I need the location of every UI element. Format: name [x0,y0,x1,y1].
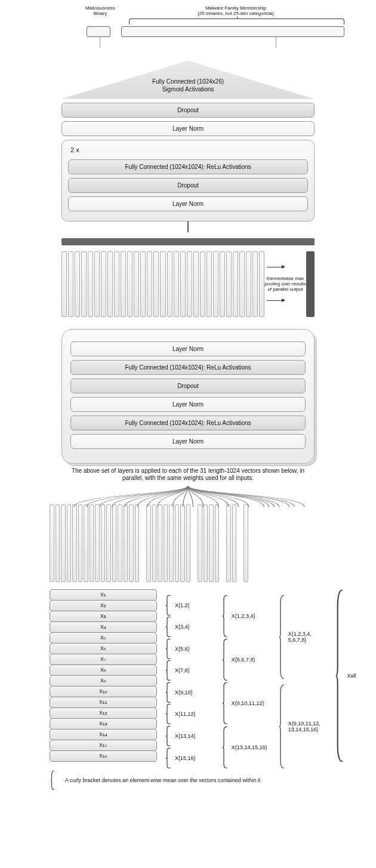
pair-label: X{13,14} [175,733,196,739]
inspector-fc-2: Fully Connected (1024x1024): ReLu Activa… [70,415,306,430]
vector-group-8 [146,504,190,582]
fc-head-text: Fully Connected (1024x26) Sigmoid Activa… [61,78,315,93]
pair-label: X{11,12} [175,711,196,717]
x-base-row: X₁₆ [50,750,157,762]
bracket-oct: X{9,10,11,12, 13,14,15,16} [279,685,327,768]
master-repeat-layernorm: Layer Norm [68,196,308,211]
parallel-output-slot [81,251,87,317]
fanout-lines [61,486,315,507]
quad-label: X{13,14,15,16} [232,744,267,750]
vector-slot [124,504,128,582]
vector-slot [101,504,106,582]
oct-label: X{9,10,11,12, 13,14,15,16} [288,721,320,732]
vector-slot [198,504,202,582]
parallel-output-slot [252,251,258,317]
curly-brace-icon [279,595,286,679]
output-maliciousness-box [87,26,110,37]
vector-slot [164,504,168,582]
bracket-pair: X{5,6} [165,639,214,659]
bracket-quad: X{1,2,3,4} [222,595,270,637]
curly-brace-icon [165,726,172,746]
curly-brace-icon [222,727,229,768]
parallel-output-slot [239,251,245,317]
pair-label: X{15,16} [175,755,196,761]
parallel-output-row: Elementwise max pooling over results of … [61,251,315,317]
curly-brace-icon [222,682,229,724]
vector-slot [67,504,72,582]
bracket-pair: X{11,12} [165,704,214,724]
vector-slot [204,504,208,582]
inspector-fc-1: Fully Connected (1024x1024): ReLu Activa… [70,360,306,375]
parallel-output-slot [180,251,186,317]
x-base-row: X₉ [50,675,157,687]
footer-text: A curly bracket denotes an element-wise … [65,777,260,783]
master-repeat-block: 2 x Fully Connected (1024x1024): ReLu Ac… [61,140,315,221]
x-base-row: X₇ [50,654,157,665]
input-vector-groups [50,504,335,582]
vector-slot [135,504,140,582]
parallel-output-slot [75,251,80,317]
bracket-pair: X{1,2} [165,595,214,615]
output-family-box [121,26,344,37]
vector-slot [118,504,122,582]
output-labels-row: Maliciousness Binary Malware Family Memb… [5,6,371,17]
vector-slot [95,504,100,582]
vector-slot [129,504,134,582]
parallel-output-slot [114,251,119,317]
parallel-output-slot [246,251,251,317]
parallel-output-slot [68,251,73,317]
brackets-level-5: Xall [335,589,359,762]
vector-slot [146,504,151,582]
vector-slot [90,504,94,582]
parallel-output-slots [61,251,264,317]
pair-label: X{9,10} [175,690,193,695]
parallel-output-slot [226,251,232,317]
inspector-ln-2: Layer Norm [70,397,306,412]
quad-label: X{5,6,7,8} [232,657,255,663]
vector-slot [169,504,174,582]
x-base-row: X₁₂ [50,707,157,719]
master-dropout: Dropout [61,103,315,118]
vector-group-4 [198,504,219,582]
vector-group-2 [226,504,236,582]
arrow-to-pool-bottom [267,300,285,301]
parallel-output-slot [94,251,100,317]
master-stem [187,221,189,232]
parallel-output-slot [167,251,172,317]
arrow-to-pool-top [267,267,285,267]
bracket-pair: X{7,8} [165,660,214,681]
vector-slot [112,504,117,582]
curly-brace-icon [165,682,172,703]
vector-slot [106,504,111,582]
brackets-level-3: X{1,2,3,4}X{5,6,7,8}X{9,10,11,12}X{13,14… [222,589,270,762]
curly-brace-icon [165,660,172,681]
oct-label: X{1,2,3,4, 5,6,7,8} [288,631,312,643]
family-bracket [129,19,344,24]
vector-slot [209,504,214,582]
output-boxes [5,26,371,37]
label-maliciousness: Maliciousness Binary [73,6,127,17]
vector-slot [186,504,191,582]
vector-slot [226,504,231,582]
parallel-output-slot [134,251,139,317]
quad-label: X{1,2,3,4} [232,613,255,619]
curly-brace-icon [165,748,172,768]
quad-label: X{9,10,11,12} [232,700,264,706]
parallel-output-slot [61,251,67,317]
x-base-row: X₅ [50,632,157,644]
x-base-row: X₂ [50,600,157,611]
x-all-label: Xall [347,673,356,679]
curly-brace-icon [165,639,172,659]
curly-brace-icon [165,595,172,615]
parallel-output-slot [193,251,199,317]
x-base-row: X₁ [50,589,157,601]
parallel-output-slot [153,251,159,317]
parallel-output-slot [101,251,106,317]
parallel-output-slot [213,251,218,317]
vector-slot [175,504,180,582]
x-base-row: X₈ [50,664,157,676]
parallel-output-slot [220,251,225,317]
vector-slot [244,504,248,582]
x-base-row: X₁₅ [50,740,157,751]
parallel-output-slot [140,251,146,317]
